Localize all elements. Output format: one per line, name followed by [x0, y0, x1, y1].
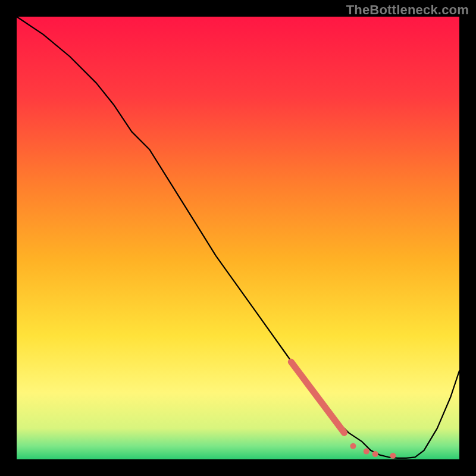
plot-area — [17, 17, 459, 459]
highlight-dot — [372, 451, 378, 457]
highlight-dot — [364, 449, 369, 455]
bottleneck-chart — [0, 0, 476, 476]
highlight-dot — [390, 453, 396, 459]
chart-frame: TheBottleneck.com — [0, 0, 476, 476]
highlight-dot — [350, 443, 356, 449]
